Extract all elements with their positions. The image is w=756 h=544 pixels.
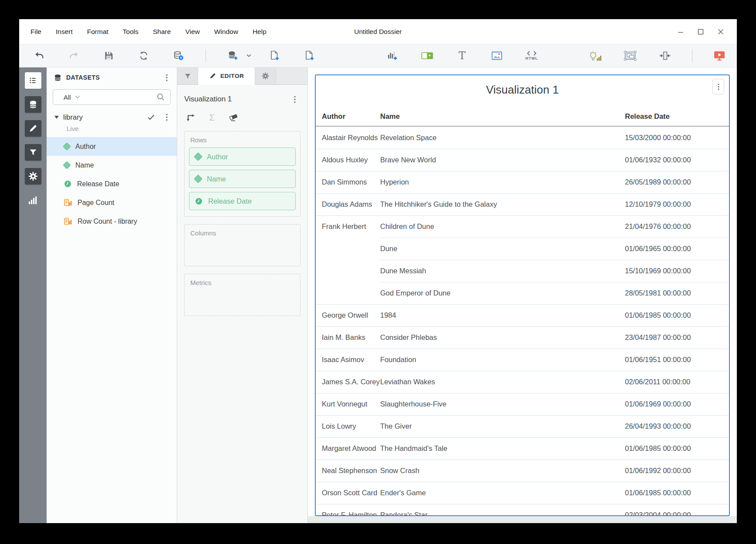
menu-tools[interactable]: Tools [123, 28, 138, 36]
cell-release-date[interactable]: 01/06/1932 00:00:00 [625, 156, 729, 164]
add-selector-icon[interactable] [419, 48, 435, 64]
cell-name[interactable]: Snow Crash [380, 467, 625, 475]
cell-release-date[interactable]: 01/06/1951 00:00:00 [625, 356, 729, 364]
cell-release-date[interactable]: 21/04/1976 00:00:00 [625, 222, 729, 231]
dataset-item-page-count[interactable]: Page Count [47, 193, 177, 212]
menu-view[interactable]: View [185, 28, 199, 36]
cell-release-date[interactable]: 01/06/1992 00:00:00 [625, 467, 729, 475]
menu-file[interactable]: File [30, 28, 41, 36]
cell-author[interactable]: Orson Scott Card [322, 489, 380, 497]
rows-pill-name[interactable]: Name [189, 170, 296, 188]
undo-icon[interactable] [31, 48, 47, 64]
cell-release-date[interactable]: 01/06/1969 00:00:00 [625, 400, 729, 408]
menu-format[interactable]: Format [87, 28, 108, 36]
cell-name[interactable]: Revelation Space [380, 134, 625, 142]
minimize-icon[interactable] [671, 23, 691, 40]
cell-release-date[interactable]: 01/06/1985 00:00:00 [625, 489, 729, 497]
swap-axes-icon[interactable] [185, 112, 196, 122]
cell-release-date[interactable]: 15/03/2000 00:00:00 [625, 134, 729, 142]
add-html-icon[interactable]: HTML [524, 48, 540, 64]
add-text-icon[interactable]: T [454, 48, 470, 64]
cell-name[interactable]: Ender's Game [380, 489, 625, 497]
maximize-icon[interactable] [691, 23, 711, 40]
visualization-menu-icon[interactable] [289, 94, 300, 105]
dataset-filter-dropdown[interactable]: All [64, 94, 71, 101]
new-page-icon[interactable] [302, 48, 317, 64]
filter-icon[interactable] [25, 144, 41, 161]
collapse-panels-icon[interactable] [657, 48, 673, 64]
cell-release-date[interactable]: 28/05/1981 00:00:00 [625, 289, 729, 297]
cell-name[interactable]: Dune [380, 245, 625, 253]
cell-name[interactable]: Pandora's Star [380, 511, 625, 516]
rows-pill-author[interactable]: Author [189, 148, 296, 166]
add-data-dropdown-icon[interactable] [245, 48, 252, 64]
column-header-name[interactable]: Name [380, 112, 625, 121]
cell-name[interactable]: The Hitchhiker's Guide to the Galaxy [380, 200, 625, 208]
cell-release-date[interactable]: 02/06/2011 00:00:00 [625, 378, 729, 386]
dataset-item-release-date[interactable]: Release Date [47, 175, 177, 193]
collapse-caret-icon[interactable] [54, 116, 59, 119]
datasets-menu-icon[interactable] [161, 72, 172, 83]
column-header-author[interactable]: Author [322, 112, 380, 121]
metrics-dropzone[interactable]: Metrics [184, 274, 300, 316]
cell-author[interactable]: Peter F. Hamilton [322, 511, 380, 516]
cell-author[interactable]: Alastair Reynolds [322, 134, 380, 142]
contents-icon[interactable] [25, 72, 41, 89]
menu-window[interactable]: Window [214, 28, 238, 36]
cell-author[interactable]: Margaret Atwood [322, 444, 380, 453]
dataset-item-author[interactable]: Author [47, 137, 177, 156]
datasets-icon[interactable] [25, 96, 41, 113]
dataset-item-row-count-library[interactable]: Row Count - library [47, 212, 177, 231]
cell-name[interactable]: The Giver [380, 422, 625, 430]
cell-author[interactable]: Dan Simmons [322, 178, 380, 186]
tab-settings[interactable] [255, 67, 276, 84]
free-form-layout-icon[interactable] [622, 48, 638, 64]
cell-name[interactable]: Children of Dune [380, 222, 625, 231]
menu-share[interactable]: Share [153, 28, 171, 36]
menu-insert[interactable]: Insert [56, 28, 73, 36]
dataset-library-row[interactable]: library [47, 109, 177, 125]
cell-author[interactable]: George Orwell [322, 311, 380, 319]
settings-icon[interactable] [25, 168, 41, 185]
cell-author[interactable]: Frank Herbert [322, 222, 380, 231]
cell-author[interactable]: Neal Stephenson [322, 467, 380, 475]
cell-author[interactable]: Lois Lowry [322, 422, 380, 430]
add-visualization-icon[interactable] [385, 48, 400, 64]
cell-name[interactable]: Foundation [380, 356, 625, 364]
cell-release-date[interactable]: 26/04/1993 00:00:00 [625, 422, 729, 430]
cell-name[interactable]: 1984 [380, 311, 625, 319]
menu-help[interactable]: Help [253, 28, 267, 36]
cell-name[interactable]: God Emperor of Dune [380, 289, 625, 297]
cell-release-date[interactable]: 01/06/1985 00:00:00 [625, 311, 729, 319]
tab-filter[interactable] [177, 67, 198, 84]
pause-dataset-icon[interactable] [171, 48, 186, 64]
cell-author[interactable]: Aldous Huxley [322, 156, 380, 164]
totals-icon[interactable]: Σ [209, 113, 215, 122]
add-data-icon[interactable] [225, 48, 241, 64]
save-icon[interactable] [101, 48, 117, 64]
cell-author[interactable]: James S.A. Corey [322, 378, 380, 386]
cell-release-date[interactable]: 01/06/1965 00:00:00 [625, 245, 729, 253]
cell-author[interactable]: Isaac Asimov [322, 356, 380, 364]
cell-name[interactable]: Brave New World [380, 156, 625, 164]
column-header-release-date[interactable]: Release Date [625, 112, 729, 121]
cell-release-date[interactable]: 26/05/1989 00:00:00 [625, 178, 729, 186]
tab-editor[interactable]: EDITOR [198, 67, 255, 85]
visualization-panel[interactable]: Visualization 1 Author Name Release Date… [315, 74, 730, 516]
dataset-menu-icon[interactable] [161, 111, 172, 123]
cell-release-date[interactable]: 02/03/2004 00:00:00 [625, 511, 729, 516]
eraser-icon[interactable] [228, 112, 239, 122]
cell-release-date[interactable]: 12/10/1979 00:00:00 [625, 200, 729, 208]
cell-author[interactable]: Kurt Vonnegut [322, 400, 380, 408]
cell-name[interactable]: Leviathan Wakes [380, 378, 625, 386]
cell-name[interactable]: Hyperion [380, 178, 625, 186]
edit-icon[interactable] [25, 120, 41, 137]
cell-author[interactable]: Iain M. Banks [322, 333, 380, 342]
add-image-icon[interactable] [489, 48, 505, 64]
visualization-gallery-icon[interactable] [25, 192, 41, 208]
dataset-item-name[interactable]: Name [47, 156, 177, 175]
new-chapter-icon[interactable] [267, 48, 283, 64]
cell-name[interactable]: Consider Phlebas [380, 333, 625, 342]
present-icon[interactable] [712, 48, 727, 64]
cell-name[interactable]: Dune Messiah [380, 267, 625, 275]
